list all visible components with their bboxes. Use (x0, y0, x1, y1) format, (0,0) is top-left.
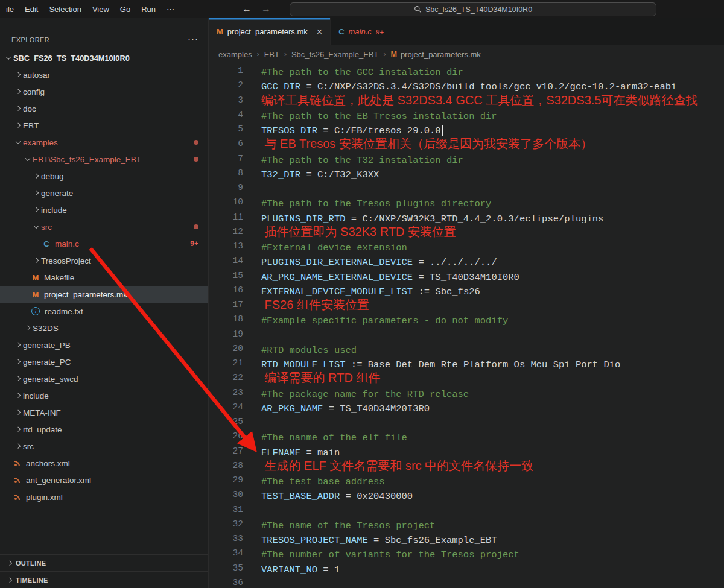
close-icon[interactable]: × (317, 27, 322, 37)
tree-item[interactable]: rtd_update (0, 421, 208, 438)
code-line: 17 FS26 组件安装位置 (209, 297, 724, 312)
tree-item[interactable]: generate_PC (0, 353, 208, 370)
code-line: 15 AR_PKG_NAME_EXTERNAL_DEVICE = TS_T40D… (209, 268, 724, 283)
breadcrumb-separator: › (257, 50, 259, 58)
tree-item[interactable]: debug (0, 168, 208, 185)
tree-item[interactable]: SBC_FS26_TS_T40D34M10I0R0 (0, 49, 208, 66)
tree-item[interactable]: plugin.xml (0, 488, 208, 505)
tree-item[interactable]: EBT (0, 117, 208, 134)
sidebar-panel-header[interactable]: OUTLINE (0, 554, 208, 571)
tree-item[interactable]: generate_swcd (0, 370, 208, 387)
tree-item[interactable]: C main.c 9+ (0, 235, 208, 252)
tree-item[interactable]: ant_generator.xml (0, 472, 208, 488)
breadcrumb-item[interactable]: examples (218, 50, 252, 59)
code-line: 16 EXTERNAL_DEVICE_MODULE_LIST := Sbc_fs… (209, 283, 724, 297)
variable-token: GCC_DIR (261, 81, 300, 92)
annotation-text: 编译工具链位置，此处是 S32DS3.4 GCC 工具位置，S32DS3.5可在… (261, 93, 697, 107)
menu-item[interactable]: Selection (43, 3, 86, 16)
tree-item[interactable]: examples (0, 134, 208, 151)
operator-token: := (346, 359, 368, 370)
code-text: #The path to the Tresos plugins director… (261, 195, 491, 209)
breadcrumb-file-label: project_parameters.mk (401, 50, 481, 59)
tree-item[interactable]: generate (0, 185, 208, 201)
code-editor[interactable]: 1 #The path to the GCC instalation dir 2… (209, 63, 724, 588)
tree-item[interactable]: M project_parameters.mk (0, 286, 208, 303)
explorer-more-actions-icon[interactable]: ··· (188, 33, 198, 43)
variable-token: VARIANT_NO (261, 564, 317, 575)
code-line: 33 TRESOS_PROJECT_NAME = Sbc_fs26_Exampl… (209, 531, 724, 546)
tree-item-label: generate_PB (23, 341, 71, 350)
code-text: AR_PKG_NAME_EXTERNAL_DEVICE = TS_T40D34M… (261, 268, 519, 283)
file-type-icon (13, 493, 22, 501)
tree-item[interactable]: src (0, 218, 208, 235)
breadcrumb-item[interactable]: Sbc_fs26_Example_EBT (291, 50, 379, 59)
breadcrumb-item[interactable]: EBT (264, 50, 279, 59)
breadcrumb-separator: › (383, 50, 386, 58)
menu-item[interactable]: View (87, 3, 115, 16)
code-line: 12 插件位置即为 S32K3 RTD 安装位置 (209, 224, 724, 239)
chevron-icon (5, 572, 16, 588)
variable-token: AR_PKG_NAME_EXTERNAL_DEVICE (261, 272, 413, 283)
code-text: 编译需要的 RTD 组件 (261, 370, 380, 385)
tree-item-label: project_parameters.mk (44, 290, 127, 299)
tree-item[interactable]: generate_PB (0, 337, 208, 353)
comment-token: #The nanme of the elf file (261, 432, 407, 443)
tree-item-label: Makefile (44, 273, 74, 282)
menu-item[interactable]: Go (115, 3, 136, 16)
line-number: 28 (209, 458, 243, 473)
operator-token: = (300, 81, 317, 92)
variable-token: TRESOS_PROJECT_NAME (261, 535, 368, 546)
code-line: 32 #The name of the Tresos project (209, 517, 724, 531)
tree-item[interactable]: META-INF (0, 404, 208, 421)
menu-item[interactable]: ile (1, 3, 19, 16)
tree-item-label: include (23, 391, 49, 400)
line-number: 3 (209, 93, 243, 107)
tab-project-parameters[interactable]: M project_parameters.mk × (209, 18, 331, 45)
code-text: #The path to the GCC instalation dir (261, 63, 463, 78)
menu-item[interactable]: Run (136, 3, 161, 16)
chevron-icon (13, 117, 23, 134)
tree-item[interactable]: EBT\Sbc_fs26_Example_EBT (0, 151, 208, 168)
explorer-title: EXPLORER (11, 36, 49, 43)
operator-token: = (317, 564, 334, 575)
tree-item[interactable]: include (0, 387, 208, 404)
tree-item[interactable]: src (0, 438, 208, 455)
tree-item[interactable]: include (0, 201, 208, 218)
tree-item[interactable]: config (0, 83, 208, 100)
tab-label: main.c (349, 27, 372, 36)
back-arrow-icon[interactable]: ← (242, 4, 252, 14)
line-number: 9 (209, 180, 243, 195)
menu-item[interactable]: ⋯ (161, 3, 180, 16)
forward-arrow-icon[interactable]: → (261, 4, 271, 14)
code-line: 35 VARIANT_NO = 1 (209, 561, 724, 575)
code-text: PLUGINS_DIR_RTD = C:/NXP/SW32K3_RTD_4.4_… (261, 210, 603, 224)
annotation-text: FS26 组件安装位置 (261, 298, 369, 311)
line-number: 36 (209, 575, 243, 588)
tree-item[interactable]: TresosProject (0, 252, 208, 269)
tree-item[interactable]: S32DS (0, 320, 208, 337)
command-center-search[interactable]: Sbc_fs26_TS_T40D34M10I0R0 (290, 2, 656, 16)
tree-item[interactable]: M Makefile (0, 269, 208, 286)
line-number: 33 (209, 531, 243, 546)
tree-item-label: config (23, 87, 45, 96)
text-cursor (442, 125, 443, 136)
tab-bar: M project_parameters.mk × C main.c 9+ (209, 18, 724, 45)
code-text: 生成的 ELF 文件名需要和 src 中的文件名保持一致 (261, 458, 533, 473)
tab-main-c[interactable]: C main.c 9+ (331, 18, 392, 45)
code-line: 8 T32_DIR = C:/T32_K3XX (209, 166, 724, 180)
chevron-icon (31, 218, 41, 235)
breadcrumb-file[interactable]: M project_parameters.mk (390, 50, 480, 59)
code-text: #RTD modules used (261, 341, 357, 356)
menu-item[interactable]: Edit (19, 3, 43, 16)
tree-item[interactable]: doc (0, 100, 208, 117)
tree-item[interactable]: i readme.txt (0, 303, 208, 320)
tree-item[interactable]: autosar (0, 66, 208, 83)
comment-token: #The path to the T32 instalation dir (261, 155, 463, 166)
tree-item[interactable]: anchors.xml (0, 455, 208, 472)
code-text: AR_PKG_NAME = TS_T40D34M20I3R0 (261, 400, 430, 414)
sidebar-panel-header[interactable]: TIMELINE (0, 571, 208, 588)
code-line: 27 ELFNAME = main (209, 444, 724, 458)
line-number: 25 (209, 414, 243, 429)
chevron-icon (23, 320, 33, 337)
line-number: 29 (209, 473, 243, 487)
